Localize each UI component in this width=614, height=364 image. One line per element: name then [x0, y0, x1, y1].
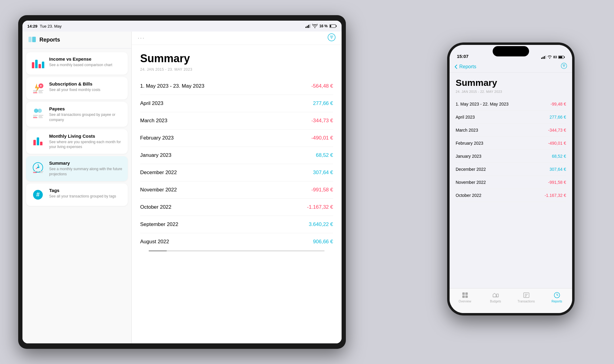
- svg-rect-23: [39, 116, 42, 117]
- tablet-summary-rows: 1. May 2023 - 23. May 2023 -564,48 € Apr…: [140, 78, 333, 250]
- phone-battery-icon: [558, 56, 565, 59]
- svg-rect-40: [559, 56, 562, 58]
- phone-date-range: 24. JAN 2015 - 22. MAY 2023: [456, 90, 566, 93]
- table-row[interactable]: September 2022 3.640,22 €: [140, 216, 333, 233]
- sidebar-header: Reports: [22, 32, 131, 49]
- sidebar-item-subscription[interactable]: Subscription & Bills See all your fixed …: [26, 77, 128, 99]
- signal-icon: [305, 24, 310, 28]
- table-row[interactable]: January 2023 68,52 €: [140, 147, 333, 164]
- chevron-left-icon: [454, 64, 457, 69]
- tablet-main-title: Summary: [140, 52, 333, 65]
- columns-icon: [29, 37, 36, 42]
- tags-icon: #: [31, 188, 45, 202]
- income-expense-subtitle: See a monthly based comparison chart: [49, 62, 123, 68]
- phone-back-button[interactable]: Reports: [454, 64, 476, 69]
- monthly-living-icon: [31, 133, 45, 147]
- income-expense-text: Income vs Expense See a monthly based co…: [49, 56, 123, 68]
- summary-text: Summary See a monthly summary along with…: [49, 160, 123, 177]
- list-item[interactable]: October 2022 -1.167,32 €: [456, 189, 566, 202]
- row-label: March 2023: [140, 118, 167, 124]
- subscription-text: Subscription & Bills See all your fixed …: [49, 81, 123, 93]
- list-item[interactable]: 1. May 2023 - 22. May 2023 -99,48 €: [456, 98, 566, 111]
- svg-rect-5: [336, 25, 337, 27]
- table-row[interactable]: February 2023 -490,01 €: [140, 130, 333, 147]
- phone-battery-text: 83: [553, 55, 557, 59]
- svg-rect-24: [39, 117, 43, 118]
- tab-transactions[interactable]: Transactions: [511, 292, 541, 303]
- filter-icon[interactable]: [328, 33, 336, 43]
- tab-budgets[interactable]: Budgets: [480, 292, 511, 303]
- svg-point-17: [34, 109, 38, 113]
- list-item[interactable]: January 2023 68,52 €: [456, 150, 566, 163]
- row-label: November 2022: [456, 180, 486, 185]
- list-item[interactable]: November 2022 -991,58 €: [456, 176, 566, 189]
- row-label: 1. May 2023 - 22. May 2023: [456, 102, 508, 106]
- phone-device: 15:07 83: [447, 42, 575, 315]
- tablet-sidebar: Reports: [22, 32, 132, 343]
- tags-svg-icon: #: [32, 189, 44, 201]
- tab-overview[interactable]: Overview: [450, 292, 480, 303]
- table-row[interactable]: April 2023 277,66 €: [140, 95, 333, 112]
- row-value: -490,01 €: [548, 141, 566, 146]
- svg-rect-36: [544, 56, 545, 59]
- sidebar-item-summary[interactable]: Summary See a monthly summary along with…: [26, 156, 128, 181]
- tablet-main-scroll: Summary 24. JAN 2015 - 23. MAY 2023 1. M…: [132, 45, 342, 343]
- battery-icon: [329, 24, 337, 28]
- list-item[interactable]: March 2023 -344,73 €: [456, 124, 566, 137]
- svg-rect-44: [462, 295, 465, 298]
- summary-title: Summary: [49, 160, 123, 166]
- sidebar-items-list: Income vs Expense See a monthly based co…: [22, 49, 131, 343]
- svg-rect-6: [330, 25, 331, 27]
- row-value: 68,52 €: [316, 152, 333, 158]
- sidebar-item-tags[interactable]: # Tags See all your transactions grouped…: [26, 184, 128, 206]
- sidebar-item-income-expense[interactable]: Income vs Expense See a monthly based co…: [26, 52, 128, 75]
- table-row[interactable]: 1. May 2023 - 23. May 2023 -564,48 €: [140, 78, 333, 95]
- phone-signal-icon: [541, 56, 546, 59]
- svg-rect-3: [309, 24, 310, 28]
- row-label: November 2022: [140, 187, 177, 193]
- row-value: -991,58 €: [548, 180, 566, 185]
- svg-rect-13: [33, 93, 37, 93]
- summary-subtitle: See a monthly summary along with the fut…: [49, 167, 123, 177]
- tags-title: Tags: [49, 188, 123, 193]
- subscription-svg-icon: [31, 82, 45, 95]
- table-row[interactable]: November 2022 -991,58 €: [140, 181, 333, 199]
- phone-notch: [493, 46, 529, 56]
- sidebar-item-monthly-living[interactable]: Monthly Living Costs See where are you s…: [26, 129, 128, 154]
- phone-filter-icon[interactable]: [561, 62, 567, 71]
- svg-rect-45: [465, 295, 468, 298]
- summary-icon: [31, 160, 45, 174]
- svg-rect-22: [39, 115, 43, 116]
- income-expense-icon: [31, 56, 45, 70]
- row-value: -991,58 €: [311, 187, 333, 193]
- list-item[interactable]: February 2023 -490,01 €: [456, 137, 566, 150]
- row-value: 277,66 €: [313, 100, 333, 106]
- top-dots: ···: [138, 35, 145, 41]
- list-item[interactable]: April 2023 277,66 €: [456, 111, 566, 124]
- table-row[interactable]: December 2022 307,64 €: [140, 164, 333, 181]
- svg-rect-39: [564, 56, 565, 58]
- table-row[interactable]: March 2023 -344,73 €: [140, 112, 333, 130]
- phone-filter-svg-icon: [561, 62, 567, 69]
- sidebar-toggle-icon[interactable]: [29, 36, 36, 44]
- tab-reports[interactable]: Reports: [541, 292, 572, 303]
- row-label: December 2022: [456, 167, 486, 172]
- svg-rect-20: [33, 116, 37, 117]
- phone-wifi-icon: [547, 55, 552, 59]
- sidebar-item-payees[interactable]: Payees See all transactions grouped by p…: [26, 102, 128, 127]
- monthly-living-text: Monthly Living Costs See where are you s…: [49, 133, 123, 150]
- tablet-content: Reports: [22, 32, 342, 343]
- tablet-device: 14:29 Tue 23. May: [18, 15, 346, 349]
- phone-status-icons: 83: [541, 55, 565, 59]
- subscription-subtitle: See all your fixed monthly costs: [49, 87, 123, 93]
- tab-reports-label: Reports: [552, 300, 562, 303]
- svg-rect-15: [39, 91, 42, 92]
- tablet-screen: 14:29 Tue 23. May: [22, 21, 342, 343]
- summary-svg-icon: [31, 161, 45, 174]
- list-item[interactable]: December 2022 307,64 €: [456, 163, 566, 176]
- table-row[interactable]: October 2022 -1.167,32 €: [140, 199, 333, 216]
- svg-rect-28: [33, 172, 37, 173]
- row-label: February 2023: [456, 141, 483, 146]
- svg-rect-1: [307, 26, 308, 28]
- table-row[interactable]: August 2022 906,66 €: [140, 233, 333, 250]
